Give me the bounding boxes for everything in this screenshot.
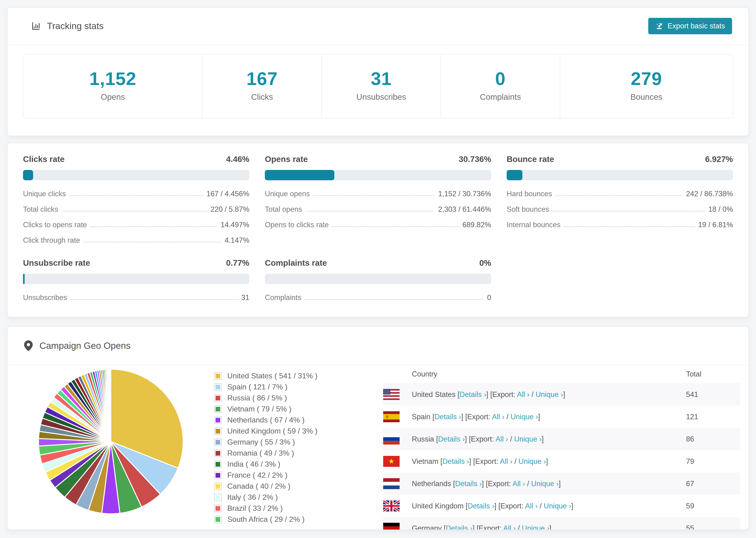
export-unique-link[interactable]: Unique › (514, 435, 542, 443)
details-link[interactable]: Details › (446, 524, 473, 530)
export-basic-stats-button[interactable]: Export basic stats (648, 18, 732, 34)
flag-vn-icon (383, 456, 400, 467)
rate-row-label: Unique clicks (23, 190, 66, 198)
export-unique-link[interactable]: Unique › (522, 524, 549, 530)
geo-table-row-vietnam: Vietnam [Details ›] [Export: All › / Uni… (383, 450, 740, 472)
export-all-link[interactable]: All › (492, 413, 504, 421)
rate-row-value: 18 / 0% (708, 205, 733, 214)
details-link[interactable]: Details › (442, 457, 469, 465)
dotted-leader (313, 195, 435, 196)
rate-row-click-through-rate: Click through rate4.147% (23, 236, 249, 244)
rate-row-value: 167 / 4.456% (206, 190, 249, 198)
flag-us-icon (383, 389, 400, 400)
export-all-link[interactable]: All › (503, 524, 515, 530)
geo-table: Country Total United States [Details ›] … (383, 365, 740, 530)
geo-row-total: 55 (686, 524, 740, 530)
legend-swatch (214, 427, 222, 435)
rate-progress-fill (507, 170, 522, 180)
rate-row-label: Complaints (265, 294, 301, 302)
geo-row-text: Netherlands [Details ›] [Export: All › /… (400, 480, 686, 488)
details-link[interactable]: Details › (468, 502, 495, 510)
legend-swatch (214, 405, 222, 413)
dotted-leader (553, 211, 705, 211)
flag-es-icon (383, 411, 400, 422)
legend-swatch (214, 450, 222, 457)
rate-section-clicks-rate: Clicks rate4.46%Unique clicks167 / 4.456… (23, 154, 249, 244)
rate-row-label: Unsubscribes (23, 294, 67, 302)
legend-label: Vietnam ( 79 / 5% ) (227, 405, 291, 413)
flag-nl-icon (383, 478, 400, 489)
summary-label: Clicks (205, 92, 319, 102)
details-link[interactable]: Details › (455, 480, 482, 488)
flag-ru-icon (383, 434, 400, 445)
summary-label: Unsubscribes (324, 92, 438, 102)
details-link[interactable]: Details › (438, 435, 465, 443)
rate-row-unique-clicks: Unique clicks167 / 4.456% (23, 190, 249, 198)
export-unique-link[interactable]: Unique › (511, 413, 538, 421)
summary-label: Complaints (443, 92, 557, 102)
rate-progress-track (265, 170, 491, 180)
rate-row-value: 220 / 5.87% (211, 205, 249, 214)
rate-row-label: Clicks to opens rate (23, 221, 87, 229)
export-all-link[interactable]: All › (517, 390, 529, 399)
rate-row-value: 14.497% (221, 221, 249, 229)
rate-value: 30.736% (459, 154, 491, 164)
rate-row-soft-bounces: Soft bounces18 / 0% (507, 205, 733, 214)
rate-row-hard-bounces: Hard bounces242 / 86.738% (507, 190, 733, 198)
export-all-link[interactable]: All › (513, 480, 525, 488)
export-all-link[interactable]: All › (496, 435, 508, 443)
export-all-link[interactable]: All › (525, 502, 537, 510)
rate-row-value: 242 / 86.738% (686, 190, 733, 198)
rate-value: 6.927% (705, 154, 733, 164)
geo-table-row-germany: Germany [Details ›] [Export: All › / Uni… (383, 517, 740, 530)
rate-value: 4.46% (226, 154, 249, 164)
flag-gb-icon (383, 501, 400, 511)
country-name: United Kingdom (412, 502, 464, 510)
country-name: Vietnam (412, 457, 438, 465)
rate-rows: Complaints0 (265, 294, 491, 302)
geo-body: United States ( 541 / 31% )Spain ( 121 /… (8, 365, 748, 530)
rate-head: Unsubscribe rate0.77% (23, 258, 249, 268)
summary-card-unsubscribes: 31Unsubscribes (321, 54, 441, 118)
export-all-link[interactable]: All › (500, 457, 512, 465)
export-icon (655, 22, 663, 30)
rate-row-label: Hard bounces (507, 190, 552, 198)
legend-label: Romania ( 49 / 3% ) (227, 449, 294, 457)
summary-wrap: 1,152Opens167Clicks31Unsubscribes0Compla… (8, 45, 748, 128)
rate-row-value: 689.82% (462, 221, 491, 229)
tracking-stats-title: Tracking stats (31, 21, 104, 31)
legend-item-vietnam: Vietnam ( 79 / 5% ) (214, 405, 383, 413)
legend-item-india: India ( 46 / 3% ) (214, 460, 383, 468)
export-unique-link[interactable]: Unique › (518, 457, 546, 465)
geo-opens-pie-chart[interactable] (36, 366, 186, 517)
rate-row-value: 1,152 / 30.736% (438, 190, 491, 198)
geo-table-row-netherlands: Netherlands [Details ›] [Export: All › /… (383, 472, 740, 495)
legend-label: Germany ( 55 / 3% ) (227, 438, 295, 447)
geo-row-total: 59 (686, 502, 740, 510)
flag-de-icon (383, 523, 400, 530)
flag-gb-icon (383, 501, 400, 511)
rate-row-value: 31 (242, 294, 249, 302)
legend-item-italy: Italy ( 36 / 2% ) (214, 493, 383, 502)
details-link[interactable]: Details › (459, 390, 486, 399)
export-unique-link[interactable]: Unique › (544, 502, 571, 510)
legend-swatch (214, 471, 222, 479)
legend-item-romania: Romania ( 49 / 3% ) (214, 449, 383, 457)
rate-title: Complaints rate (265, 258, 327, 268)
rate-row-complaints: Complaints0 (265, 294, 491, 302)
geo-row-total: 121 (686, 413, 740, 421)
export-unique-link[interactable]: Unique › (531, 480, 559, 488)
details-link[interactable]: Details › (435, 413, 461, 421)
rate-row-value: 2,303 / 61.446% (438, 205, 491, 214)
rate-section-opens-rate: Opens rate30.736%Unique opens1,152 / 30.… (265, 154, 491, 244)
legend-label: France ( 42 / 2% ) (227, 471, 287, 480)
rate-rows: Unsubscribes31 (23, 294, 249, 302)
campaign-geo-opens-card: Campaign Geo Opens United States ( 541 /… (7, 326, 749, 530)
rate-row-label: Opens to clicks rate (265, 221, 329, 229)
summary-card-opens: 1,152Opens (24, 54, 202, 118)
legend-swatch (214, 383, 222, 391)
export-button-label: Export basic stats (668, 22, 725, 30)
legend-label: Russia ( 86 / 5% ) (227, 394, 287, 402)
export-unique-link[interactable]: Unique › (536, 390, 563, 399)
dotted-leader (90, 226, 217, 227)
